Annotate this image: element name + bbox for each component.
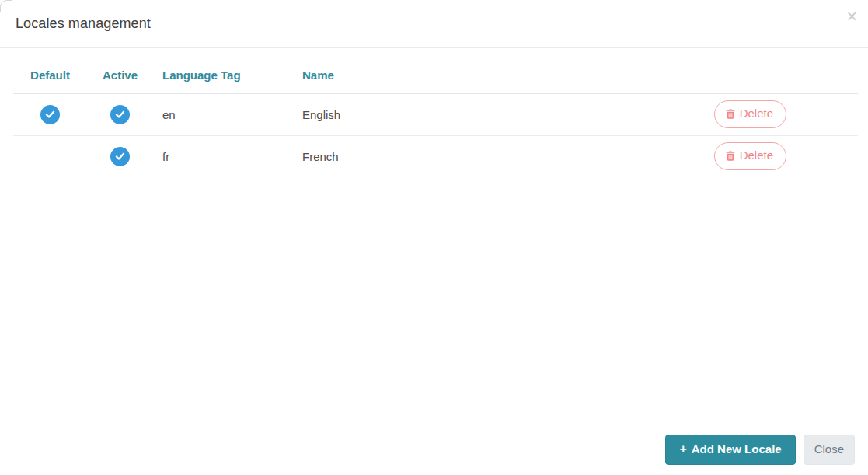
default-cell: [13, 135, 87, 177]
delete-button-label: Delete: [740, 148, 773, 163]
column-header-language-tag: Language Tag: [153, 48, 293, 93]
check-icon: [115, 152, 125, 161]
plus-icon: +: [679, 442, 686, 457]
add-new-locale-button[interactable]: + Add New Locale: [665, 435, 795, 465]
column-header-default: Default: [13, 48, 87, 93]
default-check-badge[interactable]: [40, 105, 60, 124]
active-cell: [87, 93, 153, 135]
name-cell: English: [293, 93, 526, 135]
modal-header: Locales management ×: [0, 0, 868, 48]
trash-icon: [726, 151, 735, 161]
column-header-name: Name: [293, 48, 526, 93]
active-check-badge[interactable]: [110, 147, 130, 166]
table-header-row: Default Active Language Tag Name: [13, 48, 858, 93]
language-tag-cell: fr: [153, 135, 293, 177]
locales-management-modal: Locales management × Default Active Lang…: [0, 0, 868, 475]
actions-cell: Delete: [526, 93, 858, 135]
column-header-active: Active: [87, 48, 153, 93]
trash-icon: [726, 109, 735, 119]
close-icon[interactable]: ×: [844, 6, 860, 27]
default-cell: [13, 93, 87, 135]
table-row-en: en English: [13, 93, 858, 135]
delete-locale-button[interactable]: Delete: [714, 142, 786, 170]
table-row-fr: fr French: [13, 135, 858, 177]
modal-body: Default Active Language Tag Name: [0, 48, 868, 177]
check-icon: [115, 110, 125, 119]
add-button-label: Add New Locale: [692, 442, 782, 457]
active-check-badge[interactable]: [110, 105, 130, 124]
delete-button-label: Delete: [740, 107, 773, 121]
actions-cell: Delete: [526, 135, 858, 177]
delete-locale-button[interactable]: Delete: [714, 100, 786, 128]
close-button[interactable]: Close: [804, 435, 855, 465]
locales-table: Default Active Language Tag Name: [13, 48, 858, 177]
modal-title: Locales management: [16, 16, 151, 32]
active-cell: [87, 135, 153, 177]
check-icon: [45, 110, 55, 119]
column-header-actions: [526, 48, 858, 93]
modal-footer: + Add New Locale Close: [665, 435, 855, 465]
language-tag-cell: en: [153, 93, 293, 135]
name-cell: French: [293, 135, 526, 177]
